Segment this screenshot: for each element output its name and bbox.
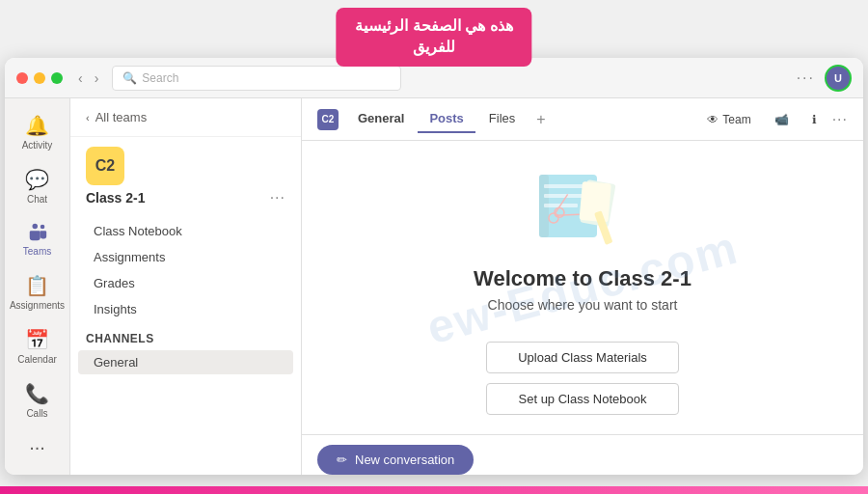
activity-label: Activity [22,140,53,151]
maximize-button[interactable] [51,72,63,84]
svg-rect-2 [544,184,587,188]
forward-arrow[interactable]: › [91,69,103,88]
sidebar-item-activity[interactable]: 🔔 Activity [9,106,67,158]
welcome-area: ew-Educ.com [302,141,863,434]
main-content: C2 General Posts Files + 👁 Team [302,98,863,475]
more-icon: ··· [29,436,45,458]
calls-icon: 📞 [25,382,49,405]
teams-sidebar: ‹ All teams C2 Class 2-1 ··· Class Noteb… [70,98,302,475]
assignments-label: Assignments [10,300,65,311]
sidebar-item-teams[interactable]: Teams [9,214,67,264]
titlebar-dots: ··· [797,69,815,87]
video-button[interactable]: 📹 [767,109,797,130]
icon-sidebar-bottom: ⊞ Apps ❓ Help [9,471,67,475]
team-eye-icon: 👁 [707,113,719,126]
sidebar-assignments[interactable]: Assignments [78,245,293,269]
minimize-button[interactable] [34,72,45,84]
search-icon: 🔍 [122,71,137,85]
channel-general[interactable]: General [78,350,293,374]
calendar-label: Calendar [17,354,57,365]
sidebar-item-chat[interactable]: 💬 Chat [9,160,67,212]
team-name: Class 2-1 [86,190,145,206]
chat-icon: 💬 [25,168,49,191]
tab-posts[interactable]: Posts [418,105,475,133]
close-button[interactable] [16,72,28,84]
sidebar-item-more[interactable]: ··· [9,428,67,469]
search-placeholder: Search [142,71,178,85]
conversation-bar: ✏ New conversation [302,434,863,475]
chat-label: Chat [27,194,47,205]
tooltip-line1: هذه هي الصفحة الرئيسية [355,15,512,37]
traffic-lights [16,72,63,84]
action-buttons: Upload Class Materials Set up Class Note… [486,342,679,415]
app-window: ‹ › 🔍 Search ··· U 🔔 Activity 💬 Chat [5,58,863,475]
channel-header: C2 General Posts Files + 👁 Team [302,98,863,141]
upload-class-button[interactable]: Upload Class Materials [486,342,679,373]
sidebar-insights[interactable]: Insights [78,297,293,321]
tooltip-banner: هذه هي الصفحة الرئيسية للفريق [336,8,531,67]
teams-icon [27,222,48,243]
tooltip-line2: للفريق [355,37,512,58]
compose-icon: ✏ [337,453,347,467]
teams-label: Teams [23,246,51,257]
sidebar-grades[interactable]: Grades [78,271,293,295]
sidebar-item-calls[interactable]: 📞 Calls [9,374,67,426]
channel-header-actions: 👁 Team 📹 ℹ ··· [699,109,848,130]
new-conversation-label: New conversation [355,453,454,467]
team-avatar: C2 [86,147,124,185]
search-bar[interactable]: 🔍 Search [112,66,401,91]
team-view-label: Team [722,113,750,126]
icon-sidebar: 🔔 Activity 💬 Chat Teams 📋 Assignments [5,98,70,475]
sidebar-item-assignments[interactable]: 📋 Assignments [9,266,67,318]
channels-header: Channels [70,322,301,349]
sidebar-item-apps[interactable]: ⊞ Apps [9,471,67,475]
app-body: 🔔 Activity 💬 Chat Teams 📋 Assignments [5,98,863,475]
activity-icon: 🔔 [25,114,49,137]
all-teams-back[interactable]: ‹ All teams [70,98,301,137]
sidebar-item-calendar[interactable]: 📅 Calendar [9,320,67,372]
calendar-icon: 📅 [25,328,49,351]
calls-label: Calls [26,408,47,419]
welcome-title: Welcome to Class 2-1 [474,266,692,291]
info-icon: ℹ [812,113,817,126]
all-teams-label: All teams [95,110,147,124]
video-icon: 📹 [774,113,789,126]
bottom-bar [0,486,868,494]
info-button[interactable]: ℹ [804,109,825,130]
team-item: C2 Class 2-1 ··· [70,137,301,218]
team-name-row: Class 2-1 ··· [86,189,285,206]
notebook-illustration [525,160,640,257]
back-chevron: ‹ [86,112,90,124]
add-tab-button[interactable]: + [529,107,553,132]
team-view-button[interactable]: 👁 Team [699,109,758,130]
tab-files[interactable]: Files [477,105,527,133]
new-conversation-button[interactable]: ✏ New conversation [317,445,474,475]
team-options-icon[interactable]: ··· [270,189,285,206]
tab-general: General [346,105,416,133]
back-arrow[interactable]: ‹ [74,69,87,88]
sidebar-class-notebook[interactable]: Class Notebook [78,219,293,243]
svg-rect-3 [544,194,583,198]
assignments-icon: 📋 [25,274,49,297]
class-notebook-button[interactable]: Set up Class Notebook [486,383,679,415]
channel-more-options[interactable]: ··· [832,111,848,128]
avatar: U [825,65,852,92]
nav-arrows: ‹ › [74,69,102,88]
channel-badge: C2 [317,109,339,130]
channel-tabs: General Posts Files + [346,105,699,133]
welcome-subtitle: Choose where you want to start [488,297,678,313]
